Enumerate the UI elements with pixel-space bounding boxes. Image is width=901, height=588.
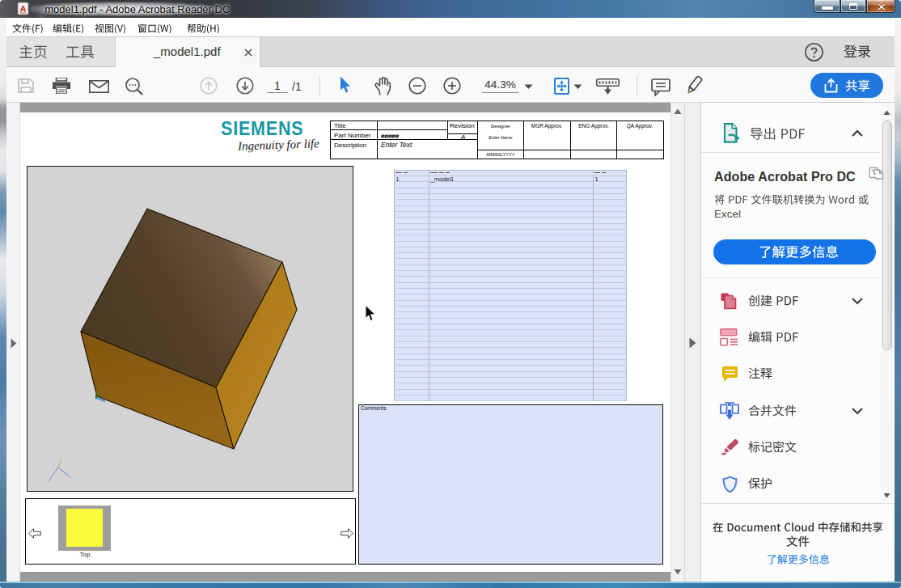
svg-text:Revision: Revision bbox=[450, 122, 475, 129]
svg-text:QA Approv.: QA Approv. bbox=[627, 123, 654, 129]
svg-text:1: 1 bbox=[396, 176, 400, 183]
svg-text:MM/DD/YYYY: MM/DD/YYYY bbox=[487, 152, 515, 157]
svg-text:Title: Title bbox=[334, 122, 346, 129]
svg-text:Part Number: Part Number bbox=[334, 132, 371, 139]
svg-text:_model1: _model1 bbox=[430, 176, 455, 183]
svg-text:Enter Name: Enter Name bbox=[489, 135, 512, 140]
svg-text:Enter Text: Enter Text bbox=[381, 141, 412, 149]
svg-text:1: 1 bbox=[595, 176, 599, 183]
svg-text:A: A bbox=[460, 133, 465, 141]
svg-text:ENG Approv.: ENG Approv. bbox=[578, 123, 609, 129]
svg-text:#####: ##### bbox=[381, 133, 400, 140]
svg-text:Description: Description bbox=[334, 142, 366, 149]
svg-text:Designer: Designer bbox=[491, 124, 510, 129]
svg-text:MGR Approv.: MGR Approv. bbox=[531, 123, 563, 129]
